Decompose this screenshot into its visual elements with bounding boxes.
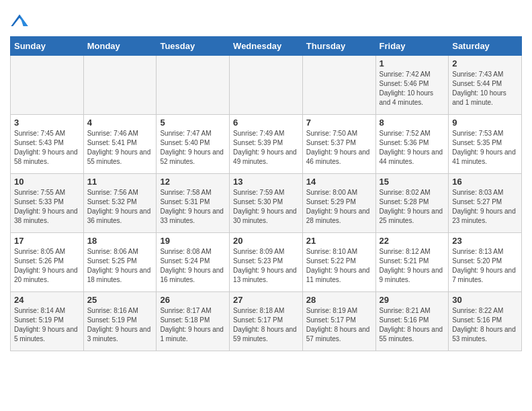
day-info: Sunrise: 8:17 AM Sunset: 5:18 PM Dayligh…	[160, 306, 226, 344]
calendar-cell: 26Sunrise: 8:17 AM Sunset: 5:18 PM Dayli…	[157, 292, 230, 351]
calendar-week-row: 3Sunrise: 7:45 AM Sunset: 5:43 PM Daylig…	[11, 115, 522, 174]
col-header-friday: Friday	[375, 37, 449, 56]
calendar-cell: 10Sunrise: 7:55 AM Sunset: 5:33 PM Dayli…	[11, 174, 84, 233]
calendar-week-row: 10Sunrise: 7:55 AM Sunset: 5:33 PM Dayli…	[11, 174, 522, 233]
logo-icon	[10, 12, 29, 31]
day-info: Sunrise: 8:03 AM Sunset: 5:27 PM Dayligh…	[452, 188, 518, 226]
day-info: Sunrise: 8:05 AM Sunset: 5:26 PM Dayligh…	[14, 247, 80, 285]
calendar-cell	[11, 56, 84, 115]
calendar-cell: 19Sunrise: 8:08 AM Sunset: 5:24 PM Dayli…	[157, 233, 230, 292]
logo	[10, 12, 32, 31]
col-header-saturday: Saturday	[449, 37, 522, 56]
calendar-cell: 20Sunrise: 8:09 AM Sunset: 5:23 PM Dayli…	[230, 233, 303, 292]
calendar-cell: 15Sunrise: 8:02 AM Sunset: 5:28 PM Dayli…	[375, 174, 449, 233]
day-number: 18	[87, 236, 153, 246]
day-info: Sunrise: 8:21 AM Sunset: 5:16 PM Dayligh…	[380, 306, 445, 344]
calendar-cell: 3Sunrise: 7:45 AM Sunset: 5:43 PM Daylig…	[11, 115, 84, 174]
day-number: 3	[14, 118, 80, 128]
day-info: Sunrise: 7:49 AM Sunset: 5:39 PM Dayligh…	[233, 129, 299, 167]
calendar-cell	[157, 56, 230, 115]
page: SundayMondayTuesdayWednesdayThursdayFrid…	[0, 0, 532, 361]
day-number: 11	[87, 177, 153, 187]
day-number: 20	[233, 236, 299, 246]
day-info: Sunrise: 7:47 AM Sunset: 5:40 PM Dayligh…	[160, 129, 226, 167]
day-info: Sunrise: 7:50 AM Sunset: 5:37 PM Dayligh…	[306, 129, 372, 167]
day-number: 4	[87, 118, 153, 128]
day-info: Sunrise: 7:46 AM Sunset: 5:41 PM Dayligh…	[87, 129, 153, 167]
day-info: Sunrise: 8:19 AM Sunset: 5:17 PM Dayligh…	[306, 306, 372, 344]
day-number: 28	[306, 295, 372, 305]
calendar-cell: 6Sunrise: 7:49 AM Sunset: 5:39 PM Daylig…	[230, 115, 303, 174]
day-info: Sunrise: 8:12 AM Sunset: 5:21 PM Dayligh…	[380, 247, 445, 285]
col-header-sunday: Sunday	[11, 37, 84, 56]
calendar-cell: 12Sunrise: 7:58 AM Sunset: 5:31 PM Dayli…	[157, 174, 230, 233]
day-number: 9	[452, 118, 518, 128]
day-info: Sunrise: 8:16 AM Sunset: 5:19 PM Dayligh…	[87, 306, 153, 344]
day-info: Sunrise: 7:45 AM Sunset: 5:43 PM Dayligh…	[14, 129, 80, 167]
calendar-cell: 23Sunrise: 8:13 AM Sunset: 5:20 PM Dayli…	[449, 233, 522, 292]
col-header-thursday: Thursday	[302, 37, 375, 56]
day-number: 21	[306, 236, 372, 246]
day-info: Sunrise: 8:18 AM Sunset: 5:17 PM Dayligh…	[233, 306, 299, 344]
calendar-cell: 22Sunrise: 8:12 AM Sunset: 5:21 PM Dayli…	[375, 233, 449, 292]
day-info: Sunrise: 7:43 AM Sunset: 5:44 PM Dayligh…	[452, 70, 518, 107]
day-number: 5	[160, 118, 226, 128]
day-info: Sunrise: 7:55 AM Sunset: 5:33 PM Dayligh…	[14, 188, 80, 226]
day-number: 24	[14, 295, 80, 305]
calendar-cell: 8Sunrise: 7:52 AM Sunset: 5:36 PM Daylig…	[375, 115, 449, 174]
calendar-cell: 17Sunrise: 8:05 AM Sunset: 5:26 PM Dayli…	[11, 233, 84, 292]
day-info: Sunrise: 8:06 AM Sunset: 5:25 PM Dayligh…	[87, 247, 153, 285]
calendar-cell	[302, 56, 375, 115]
calendar-table: SundayMondayTuesdayWednesdayThursdayFrid…	[10, 36, 522, 351]
calendar-header-row: SundayMondayTuesdayWednesdayThursdayFrid…	[11, 37, 522, 56]
day-info: Sunrise: 8:02 AM Sunset: 5:28 PM Dayligh…	[380, 188, 445, 226]
day-info: Sunrise: 8:10 AM Sunset: 5:22 PM Dayligh…	[306, 247, 372, 285]
col-header-monday: Monday	[83, 37, 157, 56]
calendar-cell: 24Sunrise: 8:14 AM Sunset: 5:19 PM Dayli…	[11, 292, 84, 351]
day-number: 30	[452, 295, 518, 305]
calendar-cell	[83, 56, 157, 115]
calendar-cell: 2Sunrise: 7:43 AM Sunset: 5:44 PM Daylig…	[449, 56, 522, 115]
calendar-cell: 11Sunrise: 7:56 AM Sunset: 5:32 PM Dayli…	[83, 174, 157, 233]
day-info: Sunrise: 7:56 AM Sunset: 5:32 PM Dayligh…	[87, 188, 153, 226]
calendar-cell: 14Sunrise: 8:00 AM Sunset: 5:29 PM Dayli…	[302, 174, 375, 233]
calendar-cell: 29Sunrise: 8:21 AM Sunset: 5:16 PM Dayli…	[375, 292, 449, 351]
calendar-week-row: 24Sunrise: 8:14 AM Sunset: 5:19 PM Dayli…	[11, 292, 522, 351]
day-info: Sunrise: 8:08 AM Sunset: 5:24 PM Dayligh…	[160, 247, 226, 285]
calendar-cell: 18Sunrise: 8:06 AM Sunset: 5:25 PM Dayli…	[83, 233, 157, 292]
col-header-tuesday: Tuesday	[157, 37, 230, 56]
day-number: 17	[14, 236, 80, 246]
day-number: 29	[380, 295, 445, 305]
col-header-wednesday: Wednesday	[230, 37, 303, 56]
day-info: Sunrise: 8:09 AM Sunset: 5:23 PM Dayligh…	[233, 247, 299, 285]
day-number: 26	[160, 295, 226, 305]
day-number: 27	[233, 295, 299, 305]
day-number: 13	[233, 177, 299, 187]
day-number: 22	[380, 236, 445, 246]
calendar-cell: 25Sunrise: 8:16 AM Sunset: 5:19 PM Dayli…	[83, 292, 157, 351]
calendar-week-row: 17Sunrise: 8:05 AM Sunset: 5:26 PM Dayli…	[11, 233, 522, 292]
day-number: 8	[380, 118, 445, 128]
day-number: 16	[452, 177, 518, 187]
day-number: 14	[306, 177, 372, 187]
day-info: Sunrise: 7:59 AM Sunset: 5:30 PM Dayligh…	[233, 188, 299, 226]
day-info: Sunrise: 7:53 AM Sunset: 5:35 PM Dayligh…	[452, 129, 518, 167]
calendar-cell: 4Sunrise: 7:46 AM Sunset: 5:41 PM Daylig…	[83, 115, 157, 174]
calendar-cell: 13Sunrise: 7:59 AM Sunset: 5:30 PM Dayli…	[230, 174, 303, 233]
calendar-cell: 1Sunrise: 7:42 AM Sunset: 5:46 PM Daylig…	[375, 56, 449, 115]
calendar-week-row: 1Sunrise: 7:42 AM Sunset: 5:46 PM Daylig…	[11, 56, 522, 115]
day-info: Sunrise: 7:52 AM Sunset: 5:36 PM Dayligh…	[380, 129, 445, 167]
day-number: 25	[87, 295, 153, 305]
calendar-cell: 28Sunrise: 8:19 AM Sunset: 5:17 PM Dayli…	[302, 292, 375, 351]
calendar-cell: 16Sunrise: 8:03 AM Sunset: 5:27 PM Dayli…	[449, 174, 522, 233]
day-info: Sunrise: 8:00 AM Sunset: 5:29 PM Dayligh…	[306, 188, 372, 226]
day-number: 19	[160, 236, 226, 246]
calendar-cell: 27Sunrise: 8:18 AM Sunset: 5:17 PM Dayli…	[230, 292, 303, 351]
calendar-cell: 30Sunrise: 8:22 AM Sunset: 5:16 PM Dayli…	[449, 292, 522, 351]
day-info: Sunrise: 8:13 AM Sunset: 5:20 PM Dayligh…	[452, 247, 518, 285]
calendar-cell: 5Sunrise: 7:47 AM Sunset: 5:40 PM Daylig…	[157, 115, 230, 174]
day-number: 6	[233, 118, 299, 128]
day-info: Sunrise: 7:42 AM Sunset: 5:46 PM Dayligh…	[380, 70, 445, 107]
day-number: 23	[452, 236, 518, 246]
day-number: 7	[306, 118, 372, 128]
